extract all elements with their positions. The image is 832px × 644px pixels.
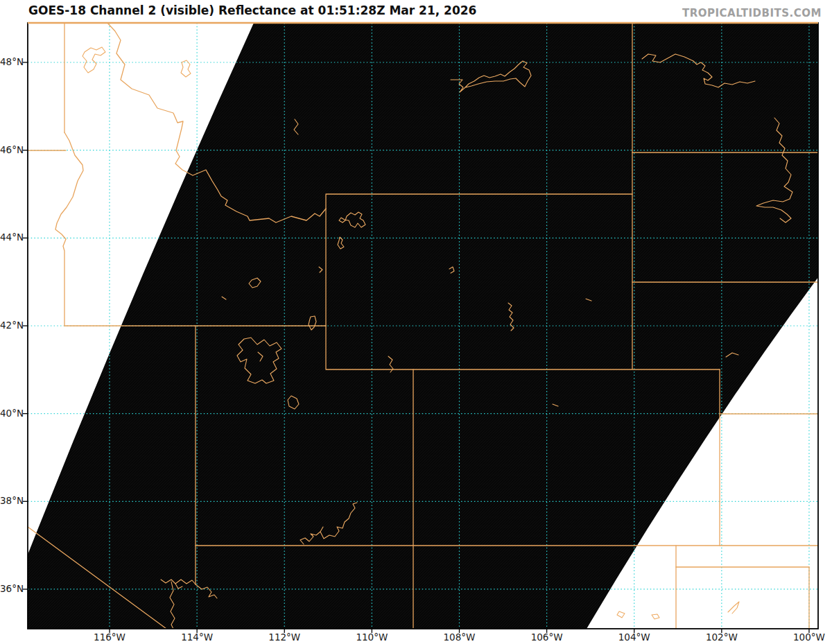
lon-tick-label: 106°W: [525, 632, 569, 643]
lon-tick-label: 102°W: [700, 632, 744, 643]
lon-tick-label: 108°W: [437, 632, 481, 643]
lat-tick-label: 42°N: [0, 320, 21, 331]
lon-tick-label: 104°W: [612, 632, 657, 643]
lon-tick-label: 112°W: [262, 632, 306, 643]
lat-tick-label: 48°N: [0, 56, 21, 67]
lat-tick-label: 38°N: [0, 495, 21, 506]
satellite-map: [0, 0, 832, 644]
lat-tick-label: 46°N: [0, 144, 21, 155]
lon-tick-label: 100°W: [787, 632, 831, 643]
lon-tick-label: 116°W: [87, 632, 132, 643]
lat-tick-label: 44°N: [0, 232, 21, 243]
lon-tick-label: 110°W: [349, 632, 394, 643]
lon-tick-label: 114°W: [175, 632, 219, 643]
lat-tick-label: 40°N: [0, 408, 21, 419]
lat-tick-label: 36°N: [0, 583, 21, 594]
